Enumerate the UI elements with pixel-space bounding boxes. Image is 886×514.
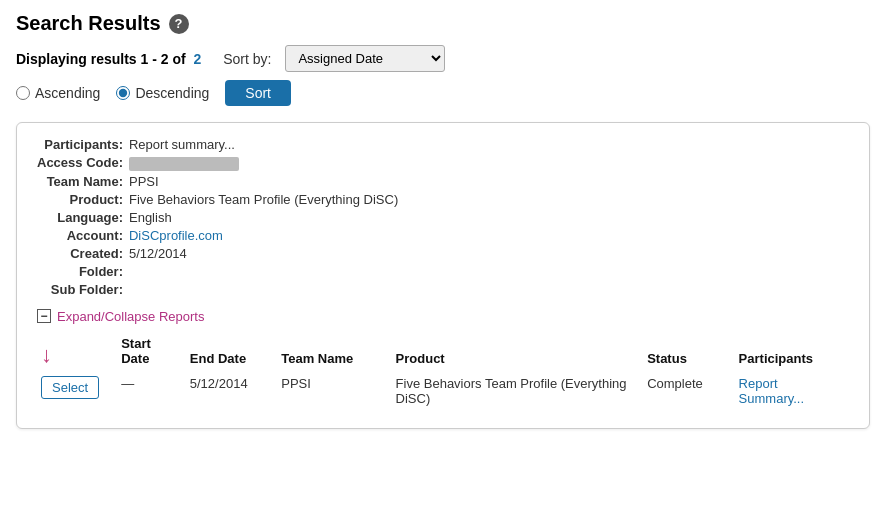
- th-product: Product: [392, 332, 644, 370]
- page-title: Search Results: [16, 12, 161, 35]
- team-name-value: PPSI: [129, 174, 849, 189]
- table-header-row: ↓ Start Date End Date Team Name Product …: [37, 332, 849, 370]
- created-label: Created:: [37, 246, 123, 261]
- sub-folder-label: Sub Folder:: [37, 282, 123, 297]
- product-label: Product:: [37, 192, 123, 207]
- reports-table: ↓ Start Date End Date Team Name Product …: [37, 332, 849, 412]
- access-code-value: [129, 155, 849, 171]
- team-name-label: Team Name:: [37, 174, 123, 189]
- help-icon[interactable]: ?: [169, 14, 189, 34]
- down-arrow-icon: ↓: [41, 344, 52, 366]
- created-value: 5/12/2014: [129, 246, 849, 261]
- participants-label: Participants:: [37, 137, 123, 152]
- th-status: Status: [643, 332, 734, 370]
- th-start-date: Start Date: [117, 332, 186, 370]
- account-value[interactable]: DiSCprofile.com: [129, 228, 849, 243]
- page-header: Search Results ?: [16, 12, 870, 35]
- controls-row: Displaying results 1 - 2 of 2 Sort by: A…: [16, 45, 870, 72]
- access-code-label: Access Code:: [37, 155, 123, 171]
- th-participants: Participants: [735, 332, 849, 370]
- table-row: Select — 5/12/2014 PPSI Five Behaviors T…: [37, 370, 849, 412]
- td-end-date: 5/12/2014: [186, 370, 277, 412]
- td-team-name: PPSI: [277, 370, 391, 412]
- participants-link[interactable]: Report summary...: [129, 137, 235, 152]
- td-start-date: —: [117, 370, 186, 412]
- language-label: Language:: [37, 210, 123, 225]
- descending-radio-label[interactable]: Descending: [116, 85, 209, 101]
- language-value: English: [129, 210, 849, 225]
- sort-by-label: Sort by:: [223, 51, 271, 67]
- ascending-radio-label[interactable]: Ascending: [16, 85, 100, 101]
- td-select: Select: [37, 370, 117, 412]
- access-code-redacted: [129, 157, 239, 171]
- sort-by-select[interactable]: Assigned Date Start Date End Date Team N…: [285, 45, 445, 72]
- info-grid: Participants: Report summary... Access C…: [37, 137, 849, 297]
- th-team-name: Team Name: [277, 332, 391, 370]
- collapse-icon[interactable]: −: [37, 309, 51, 323]
- arrow-container: ↓: [41, 344, 109, 366]
- sub-folder-value: [129, 282, 849, 297]
- sort-order-row: Ascending Descending Sort: [16, 80, 870, 106]
- td-product: Five Behaviors Team Profile (Everything …: [392, 370, 644, 412]
- descending-radio[interactable]: [116, 86, 130, 100]
- sort-button[interactable]: Sort: [225, 80, 291, 106]
- folder-value: [129, 264, 849, 279]
- ascending-radio[interactable]: [16, 86, 30, 100]
- select-button[interactable]: Select: [41, 376, 99, 399]
- td-participants: Report Summary...: [735, 370, 849, 412]
- report-summary-link[interactable]: Report Summary...: [739, 376, 805, 406]
- td-status: Complete: [643, 370, 734, 412]
- folder-label: Folder:: [37, 264, 123, 279]
- expand-collapse-link[interactable]: Expand/Collapse Reports: [57, 309, 204, 324]
- th-end-date: End Date: [186, 332, 277, 370]
- display-count: Displaying results 1 - 2 of 2: [16, 51, 201, 67]
- account-label: Account:: [37, 228, 123, 243]
- result-card: Participants: Report summary... Access C…: [16, 122, 870, 429]
- th-arrow: ↓: [37, 332, 117, 370]
- product-value: Five Behaviors Team Profile (Everything …: [129, 192, 849, 207]
- expand-collapse-row: − Expand/Collapse Reports: [37, 309, 849, 324]
- participants-value: Report summary...: [129, 137, 849, 152]
